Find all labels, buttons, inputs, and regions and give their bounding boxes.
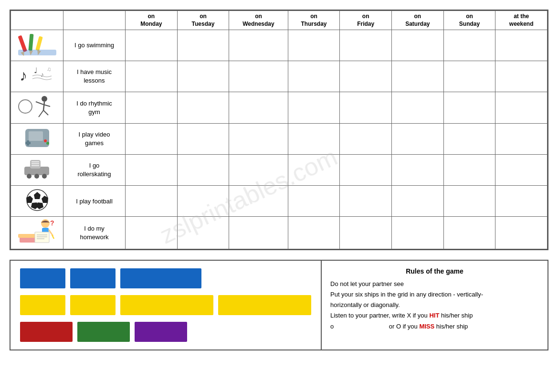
games-icon bbox=[16, 125, 59, 151]
day-cell bbox=[126, 61, 178, 92]
icon-cell-football bbox=[11, 186, 63, 217]
svg-text:♪: ♪ bbox=[41, 71, 44, 78]
ship-blue-3cell-b bbox=[70, 268, 116, 288]
day-cell bbox=[391, 30, 443, 61]
icon-cell-swimming bbox=[11, 30, 63, 61]
rules-line-5: o or O if you MISS his/her ship bbox=[330, 321, 539, 332]
day-cell bbox=[229, 155, 288, 186]
svg-point-23 bbox=[46, 142, 49, 145]
ship-blue-5cell bbox=[120, 268, 201, 288]
ship-row-2 bbox=[20, 295, 311, 315]
activity-games: I play video games bbox=[63, 124, 126, 155]
rules-line-4: Listen to your partner, write X if you H… bbox=[330, 310, 539, 321]
day-cell bbox=[288, 30, 340, 61]
table-row: ♪ ♩ ♪ ♫ I have music lessons bbox=[11, 61, 547, 92]
day-cell bbox=[177, 186, 229, 217]
day-cell bbox=[391, 92, 443, 124]
header-monday: onMonday bbox=[126, 11, 178, 30]
day-cell bbox=[340, 186, 392, 217]
day-cell bbox=[340, 155, 392, 186]
skating-icon bbox=[16, 156, 59, 182]
header-weekend: at theweekend bbox=[495, 11, 547, 30]
header-activity-col bbox=[63, 11, 126, 30]
day-cell bbox=[229, 124, 288, 155]
svg-point-12 bbox=[42, 96, 47, 102]
day-cell bbox=[288, 186, 340, 217]
football-icon bbox=[16, 187, 59, 213]
day-cell bbox=[229, 186, 288, 217]
day-cell bbox=[340, 30, 392, 61]
day-cell bbox=[391, 61, 443, 92]
day-cell bbox=[229, 30, 288, 61]
day-cell bbox=[177, 30, 229, 61]
svg-text:♫: ♫ bbox=[47, 66, 51, 73]
day-cell bbox=[495, 30, 547, 61]
rules-line-3: horizontally or diagonally. bbox=[330, 300, 539, 310]
activity-football: I play football bbox=[63, 186, 126, 217]
day-cell bbox=[391, 155, 443, 186]
svg-rect-45 bbox=[35, 232, 49, 243]
day-cell bbox=[126, 155, 178, 186]
icon-cell-music: ♪ ♩ ♪ ♫ bbox=[11, 61, 63, 92]
svg-rect-21 bbox=[25, 142, 31, 144]
svg-rect-6 bbox=[18, 50, 56, 55]
day-cell bbox=[126, 92, 178, 124]
header-friday: onFriday bbox=[340, 11, 392, 30]
day-cell bbox=[229, 217, 288, 249]
day-cell bbox=[126, 30, 178, 61]
svg-point-11 bbox=[19, 100, 32, 113]
svg-point-31 bbox=[42, 174, 47, 179]
day-cell bbox=[229, 92, 288, 124]
day-cell bbox=[495, 155, 547, 186]
day-cell bbox=[495, 61, 547, 92]
svg-point-29 bbox=[27, 174, 32, 179]
header-sunday: onSunday bbox=[443, 11, 495, 30]
ship-row-3 bbox=[20, 322, 311, 342]
day-cell bbox=[126, 186, 178, 217]
music-icon: ♪ ♩ ♪ ♫ bbox=[16, 63, 59, 89]
day-cell bbox=[495, 124, 547, 155]
activity-gym: I do rhythmic gym bbox=[63, 92, 126, 124]
activity-swimming: I go swimming bbox=[63, 30, 126, 61]
gym-icon bbox=[16, 93, 59, 121]
ship-red-2cell bbox=[20, 322, 73, 342]
day-cell bbox=[443, 92, 495, 124]
svg-text:♩: ♩ bbox=[34, 66, 38, 74]
ship-yellow-2cell-b bbox=[70, 295, 116, 315]
icon-cell-games bbox=[11, 124, 63, 155]
swimming-icon bbox=[16, 32, 59, 58]
rules-line-2: Put your six ships in the grid in any di… bbox=[330, 289, 539, 300]
header-saturday: onSaturday bbox=[391, 11, 443, 30]
svg-rect-25 bbox=[30, 160, 41, 169]
ship-yellow-2cell bbox=[20, 295, 65, 315]
activity-music: I have music lessons bbox=[63, 61, 126, 92]
day-cell bbox=[126, 217, 178, 249]
schedule-table: onMonday onTuesday onWednesday onThursda… bbox=[11, 11, 547, 249]
day-cell bbox=[126, 124, 178, 155]
activity-skating: I go rollerskating bbox=[63, 155, 126, 186]
day-cell bbox=[340, 92, 392, 124]
miss-label: MISS bbox=[419, 323, 434, 330]
table-row: ? I do my homework bbox=[11, 217, 547, 249]
day-cell bbox=[177, 61, 229, 92]
table-row: I go rollerskating bbox=[11, 155, 547, 186]
day-cell bbox=[288, 92, 340, 124]
day-cell bbox=[495, 92, 547, 124]
ship-row-1 bbox=[20, 268, 311, 288]
svg-rect-39 bbox=[18, 234, 36, 238]
svg-point-40 bbox=[41, 219, 50, 228]
day-cell bbox=[340, 61, 392, 92]
rules-text: Do not let your partner see Put your six… bbox=[330, 279, 539, 331]
schedule-wrapper: onMonday onTuesday onWednesday onThursda… bbox=[10, 10, 548, 250]
svg-line-17 bbox=[43, 110, 48, 115]
day-cell bbox=[443, 155, 495, 186]
table-row: I play video games bbox=[11, 124, 547, 155]
rules-panel: Rules of the game Do not let your partne… bbox=[322, 261, 547, 350]
table-row: I do rhythmic gym bbox=[11, 92, 547, 124]
rules-line-1: Do not let your partner see bbox=[330, 279, 539, 289]
header-thursday: onThursday bbox=[288, 11, 340, 30]
header-wednesday: onWednesday bbox=[229, 11, 288, 30]
icon-cell-homework: ? bbox=[11, 217, 63, 249]
day-cell bbox=[495, 186, 547, 217]
day-cell bbox=[443, 217, 495, 249]
